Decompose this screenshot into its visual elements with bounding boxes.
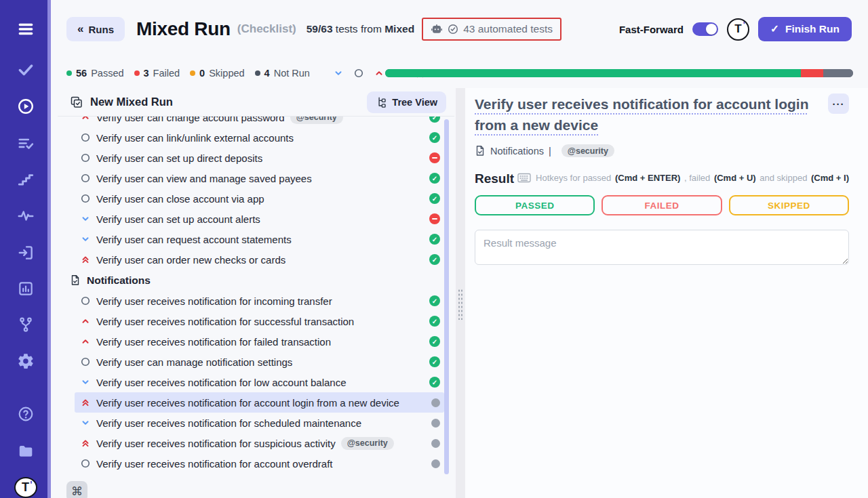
sidebar-item-help[interactable] bbox=[16, 404, 35, 423]
priority-low-icon bbox=[80, 234, 91, 245]
sidebar-icons-host bbox=[16, 0, 35, 461]
result-failed-button[interactable]: FAILED bbox=[601, 195, 722, 215]
priority-high-icon bbox=[80, 336, 91, 347]
test-title-link[interactable]: Verify user receives notification for ac… bbox=[475, 96, 808, 133]
test-label: Verify user can view and manage saved pa… bbox=[96, 173, 312, 184]
stat-not-run: 4Not Run bbox=[255, 68, 310, 79]
chevron-down-icon[interactable] bbox=[333, 68, 344, 79]
sidebar: T bbox=[0, 0, 51, 498]
test-label: Verify user receives notification for in… bbox=[96, 295, 332, 307]
test-row[interactable]: Verify user receives notification for lo… bbox=[75, 372, 444, 392]
result-skipped-button[interactable]: SKIPPED bbox=[729, 195, 849, 215]
test-row[interactable]: Verify user can view and manage saved pa… bbox=[75, 168, 444, 188]
hotkey-text: Hotkeys for passed bbox=[536, 173, 614, 183]
tests-source: Mixed bbox=[384, 23, 414, 35]
priority-none-icon bbox=[80, 173, 91, 184]
sidebar-item-activity[interactable] bbox=[16, 207, 35, 226]
test-row[interactable]: Verify user can set up direct deposits bbox=[75, 148, 444, 168]
chevron-up-icon[interactable] bbox=[374, 68, 385, 79]
test-row[interactable]: Verify user receives notification for ac… bbox=[75, 453, 444, 474]
test-row[interactable]: Verify user receives notification for sc… bbox=[75, 413, 444, 433]
test-row[interactable]: Verify user can link/unlink external acc… bbox=[75, 127, 444, 148]
automated-tests-label: 43 automated tests bbox=[463, 23, 553, 35]
test-label: Verify user can manage notification sett… bbox=[96, 356, 292, 368]
topbar-right: Fast-Forward T ✓ Finish Run bbox=[619, 0, 852, 58]
test-label: Verify user receives notification for fa… bbox=[96, 336, 331, 348]
circle-outline-icon[interactable] bbox=[353, 68, 365, 79]
sidebar-item-check[interactable] bbox=[16, 60, 35, 79]
suite-row[interactable]: Notifications bbox=[58, 270, 444, 291]
test-label: Verify user can change account password bbox=[96, 117, 285, 123]
test-row[interactable]: Verify user receives notification for fa… bbox=[75, 331, 444, 352]
status-dot-icon bbox=[190, 70, 195, 76]
finish-run-button[interactable]: ✓ Finish Run bbox=[758, 17, 852, 41]
priority-low-icon bbox=[80, 213, 91, 224]
test-row[interactable]: Verify user receives notification for su… bbox=[75, 311, 444, 331]
check-icon: ✓ bbox=[770, 23, 779, 35]
sidebar-item-gear[interactable] bbox=[16, 352, 35, 371]
result-passed-button[interactable]: PASSED bbox=[475, 195, 595, 215]
test-label: Verify user receives notification for su… bbox=[96, 438, 336, 449]
test-row[interactable]: Verify user receives notification for su… bbox=[75, 433, 444, 453]
progress-segment-passed bbox=[385, 69, 801, 77]
hotkey-text: and skipped bbox=[757, 173, 810, 183]
pane-resizer[interactable] bbox=[456, 88, 465, 498]
status-notrun-icon bbox=[431, 398, 440, 407]
command-key-badge[interactable]: ⌘ bbox=[66, 481, 87, 498]
test-label: Verify user can request account statemen… bbox=[96, 234, 292, 245]
circle-check-icon bbox=[448, 24, 458, 35]
priority-none-icon bbox=[80, 132, 91, 143]
tree-view-button[interactable]: Tree View bbox=[367, 91, 446, 113]
automated-tests-badge[interactable]: 43 automated tests bbox=[422, 18, 561, 41]
sidebar-item-git-branch[interactable] bbox=[16, 315, 35, 334]
sidebar-item-sign-in[interactable] bbox=[16, 243, 35, 262]
progress-segment-notrun bbox=[823, 69, 853, 77]
test-rows: Verify user can change account password@… bbox=[58, 117, 444, 498]
priority-critical-icon bbox=[80, 254, 91, 265]
status-dot-icon bbox=[134, 70, 140, 76]
list-scrollbar[interactable] bbox=[444, 119, 449, 474]
fast-forward-toggle[interactable] bbox=[692, 22, 718, 36]
test-row[interactable]: Verify user can request account statemen… bbox=[75, 229, 444, 249]
sidebar-item-list-check[interactable] bbox=[16, 134, 35, 153]
back-to-runs-button[interactable]: « Runs bbox=[66, 17, 125, 41]
test-row[interactable]: Verify user can manage notification sett… bbox=[75, 352, 444, 372]
progress-segment-failed bbox=[801, 69, 823, 77]
sidebar-item-menu[interactable] bbox=[16, 20, 35, 39]
resizer-grip-icon bbox=[458, 289, 463, 320]
result-buttons: PASSEDFAILEDSKIPPED bbox=[475, 195, 849, 215]
test-row[interactable]: Verify user receives notification for in… bbox=[75, 291, 444, 311]
test-row[interactable]: Verify user can close account via app✓ bbox=[75, 188, 444, 209]
double-chevron-left-icon: « bbox=[77, 22, 83, 36]
page-subtitle: (Checklist) bbox=[237, 22, 296, 36]
sidebar-item-folder[interactable] bbox=[16, 442, 35, 461]
priority-none-icon bbox=[80, 295, 91, 306]
security-tag-badge: @security bbox=[341, 437, 394, 450]
test-row[interactable]: Verify user receives notification for ac… bbox=[75, 392, 444, 413]
test-row[interactable]: Verify user can order new checks or card… bbox=[75, 249, 444, 270]
testomat-logo-icon[interactable]: T bbox=[727, 18, 749, 41]
security-tag-badge[interactable]: @security bbox=[561, 144, 614, 157]
test-row[interactable]: Verify user can change account password@… bbox=[75, 117, 444, 127]
breadcrumb-separator: | bbox=[549, 146, 551, 157]
test-label: Verify user can link/unlink external acc… bbox=[96, 132, 294, 144]
more-options-button[interactable]: ··· bbox=[828, 94, 849, 114]
testomat-logo-icon[interactable]: T bbox=[14, 477, 37, 498]
tree-view-label: Tree View bbox=[392, 97, 437, 108]
sidebar-item-steps[interactable] bbox=[16, 169, 35, 188]
breadcrumb: Notifications | @security bbox=[475, 144, 849, 157]
priority-none-icon bbox=[80, 356, 91, 367]
test-label: Verify user can set up direct deposits bbox=[96, 152, 262, 164]
sidebar-item-play-circle[interactable] bbox=[16, 97, 35, 116]
priority-none-icon bbox=[80, 193, 91, 204]
breadcrumb-section[interactable]: Notifications bbox=[490, 146, 544, 157]
result-message-input[interactable] bbox=[475, 230, 849, 265]
test-label: Verify user receives notification for ac… bbox=[96, 458, 333, 470]
sidebar-item-bar-chart[interactable] bbox=[16, 279, 35, 298]
status-passed-icon: ✓ bbox=[429, 316, 440, 327]
run-list-title: New Mixed Run bbox=[90, 96, 173, 108]
priority-high-icon bbox=[80, 117, 91, 123]
test-row[interactable]: Verify user can set up account alerts bbox=[75, 209, 444, 229]
hotkey-text: (Cmd + I) bbox=[811, 173, 849, 183]
priority-critical-icon bbox=[80, 397, 91, 408]
